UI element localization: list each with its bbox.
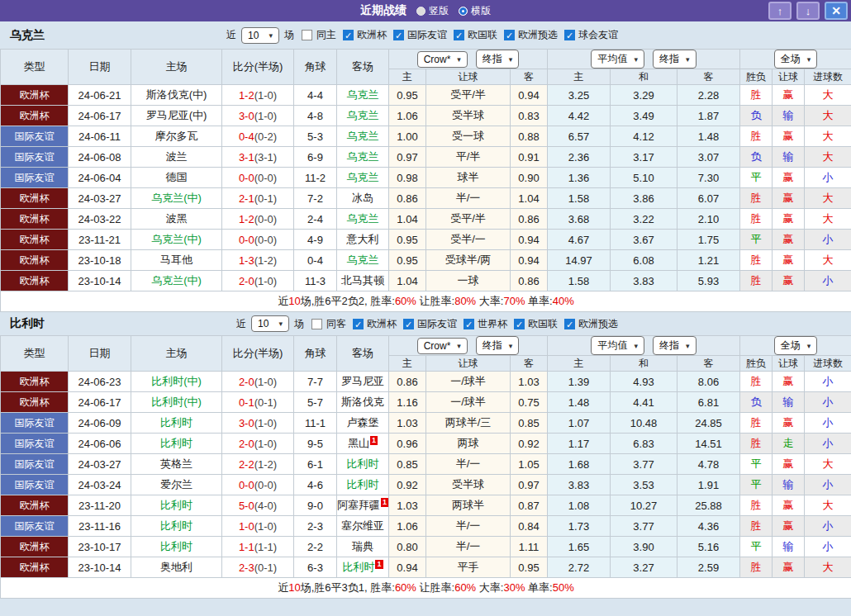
match-row: 国际友谊24-06-11摩尔多瓦0-4(0-2)5-3乌克兰1.00受一球0.8… xyxy=(1,126,851,147)
sub-column-header: 让球 xyxy=(426,69,511,85)
odds-group-dropdowns: Crow*▾终指▾ xyxy=(389,336,547,355)
cell-avg-home: 1.73 xyxy=(548,516,611,537)
cell-avg-away: 5.93 xyxy=(677,271,740,291)
cell-home-team: 比利时 xyxy=(131,434,222,454)
competition-checkbox-球会友谊[interactable]: ✓ xyxy=(564,30,575,40)
cell-score: 1-1(1-1) xyxy=(222,537,294,557)
sub-column-header: 让球 xyxy=(773,69,805,85)
competition-checkbox-国际友谊[interactable]: ✓ xyxy=(403,319,414,329)
competition-checkbox-欧洲预选[interactable]: ✓ xyxy=(564,319,575,329)
cell-home-team: 乌克兰(中) xyxy=(131,271,222,291)
cell-handicap-result: 赢 xyxy=(773,230,805,250)
summary-row: 近10场,胜6平2负2, 胜率:60% 让胜率:80% 大率:70% 单率:40… xyxy=(1,291,851,312)
cell-away-team: 卢森堡 xyxy=(337,413,389,434)
header-row-dropdowns: 类型日期主场比分(半场)角球客场Crow*▾终指▾平均值▾终指▾全场▾ xyxy=(1,50,851,69)
cell-score: 0-4(0-2) xyxy=(222,126,294,147)
move-up-button[interactable]: ↑ xyxy=(768,2,792,20)
competition-checkbox-欧洲杯[interactable]: ✓ xyxy=(353,319,364,329)
competition-checkbox-国际友谊[interactable]: ✓ xyxy=(393,30,404,40)
odds-group-dropdowns: Crow*▾终指▾ xyxy=(389,50,547,69)
cell-odds-home: 0.98 xyxy=(389,168,426,188)
cell-score: 3-0(1-0) xyxy=(222,106,294,126)
cell-away-team: 北马其顿 xyxy=(337,271,389,291)
dropdown-平均值[interactable]: 平均值▾ xyxy=(591,336,644,355)
dropdown-终指[interactable]: 终指▾ xyxy=(653,336,696,355)
full-time-score: 2-0 xyxy=(239,376,254,388)
full-time-score: 0-0 xyxy=(239,479,254,491)
summary-text: 近10场,胜6平3负1, 胜率:60% 让胜率:60% 大率:30% 单率:50… xyxy=(1,578,851,599)
dropdown-平均值[interactable]: 平均值▾ xyxy=(591,50,644,69)
cell-handicap-result: 赢 xyxy=(773,557,805,578)
full-time-score: 3-1 xyxy=(239,151,254,163)
match-row: 国际友谊24-06-04德国0-0(0-0)11-2乌克兰0.98球半0.901… xyxy=(1,168,851,188)
match-row: 欧洲杯24-03-27乌克兰(中)2-1(0-1)7-2冰岛0.86半/一1.0… xyxy=(1,188,851,209)
move-down-button[interactable]: ↓ xyxy=(796,2,820,20)
cell-away-team: 比利时 xyxy=(337,475,389,495)
home-team-name: 波兰 xyxy=(166,150,188,163)
cell-corner: 4-8 xyxy=(294,106,337,126)
layout-radio-vertical[interactable]: 竖版 xyxy=(416,4,449,18)
odds-group-header: Crow*▾终指▾ xyxy=(389,50,548,69)
layout-radio-horizontal[interactable]: 横版 xyxy=(459,4,491,18)
cell-handicap-result: 赢 xyxy=(773,271,805,291)
table-head: 类型日期主场比分(半场)角球客场Crow*▾终指▾平均值▾终指▾全场▾主让球客主… xyxy=(1,336,851,372)
cell-corner: 6-9 xyxy=(294,147,337,168)
cell-odds-home: 1.16 xyxy=(389,392,426,413)
cell-result: 胜 xyxy=(740,126,773,147)
cell-home-team: 马耳他 xyxy=(131,250,222,271)
cell-avg-home: 1.58 xyxy=(548,188,611,209)
cell-avg-away: 1.48 xyxy=(677,126,740,147)
dropdown-10[interactable]: 10▾ xyxy=(241,27,279,44)
competition-checkbox-欧洲预选[interactable]: ✓ xyxy=(504,30,515,40)
summary-segment: 50% xyxy=(553,581,574,594)
dropdown-Crow*[interactable]: Crow*▾ xyxy=(417,338,468,354)
dropdown-终指[interactable]: 终指▾ xyxy=(653,50,696,69)
competition-checkbox-世界杯[interactable]: ✓ xyxy=(464,319,474,329)
cell-score: 1-2(0-0) xyxy=(222,209,294,230)
table-head: 类型日期主场比分(半场)角球客场Crow*▾终指▾平均值▾终指▾全场▾主让球客主… xyxy=(1,50,851,85)
close-icon: ✕ xyxy=(831,5,841,17)
cell-avg-away: 1.75 xyxy=(677,230,740,250)
dropdown-全场[interactable]: 全场▾ xyxy=(774,50,818,69)
cell-odds-home: 0.95 xyxy=(389,250,426,271)
cell-avg-home: 1.48 xyxy=(548,392,611,413)
close-button[interactable]: ✕ xyxy=(825,2,848,20)
competition-checkbox-欧国联[interactable]: ✓ xyxy=(514,319,525,329)
cell-corner: 4-4 xyxy=(294,85,337,106)
dropdown-全场[interactable]: 全场▾ xyxy=(774,336,818,355)
cell-avg-home: 3.25 xyxy=(548,85,611,106)
chevron-down-icon: ▾ xyxy=(634,55,638,64)
competition-checkbox-欧国联[interactable]: ✓ xyxy=(454,30,464,40)
summary-segment: 大率: xyxy=(476,295,503,307)
cell-score: 1-2(1-0) xyxy=(222,85,294,106)
cell-handicap: 受平/半 xyxy=(426,85,511,106)
cell-goals-result: 大 xyxy=(805,209,851,230)
cell-date: 23-11-21 xyxy=(69,230,131,250)
odds-group-header: 全场▾ xyxy=(740,50,851,69)
sub-column-header: 胜负 xyxy=(740,356,773,372)
same-venue-checkbox[interactable] xyxy=(311,319,322,329)
cell-type: 欧洲杯 xyxy=(1,250,69,271)
dropdown-终指[interactable]: 终指▾ xyxy=(476,336,520,355)
dropdown-value: 终指 xyxy=(483,52,502,66)
cell-date: 24-06-09 xyxy=(69,413,131,434)
dropdown-10[interactable]: 10▾ xyxy=(251,315,289,332)
cell-home-team: 比利时 xyxy=(131,495,222,516)
dropdown-Crow*[interactable]: Crow*▾ xyxy=(417,51,468,68)
cell-odds-away: 0.75 xyxy=(511,392,548,413)
cell-away-team: 黑山1 xyxy=(337,434,389,454)
cell-score: 0-0(0-0) xyxy=(222,475,294,495)
odds-group-header: 全场▾ xyxy=(740,336,851,356)
same-venue-checkbox[interactable] xyxy=(302,30,312,40)
cell-avg-draw: 6.08 xyxy=(611,250,677,271)
dropdown-终指[interactable]: 终指▾ xyxy=(476,50,520,69)
cell-away-team: 意大利 xyxy=(337,230,389,250)
match-table: 类型日期主场比分(半场)角球客场Crow*▾终指▾平均值▾终指▾全场▾主让球客主… xyxy=(0,335,851,599)
cell-handicap-result: 输 xyxy=(773,147,805,168)
competition-checkbox-欧洲杯[interactable]: ✓ xyxy=(343,30,354,40)
cell-home-team: 比利时 xyxy=(131,537,222,557)
cell-odds-home: 0.80 xyxy=(389,537,426,557)
home-team-name: 奥地利 xyxy=(160,561,193,573)
cell-avg-away: 1.91 xyxy=(677,475,740,495)
cell-corner: 6-1 xyxy=(294,454,337,475)
